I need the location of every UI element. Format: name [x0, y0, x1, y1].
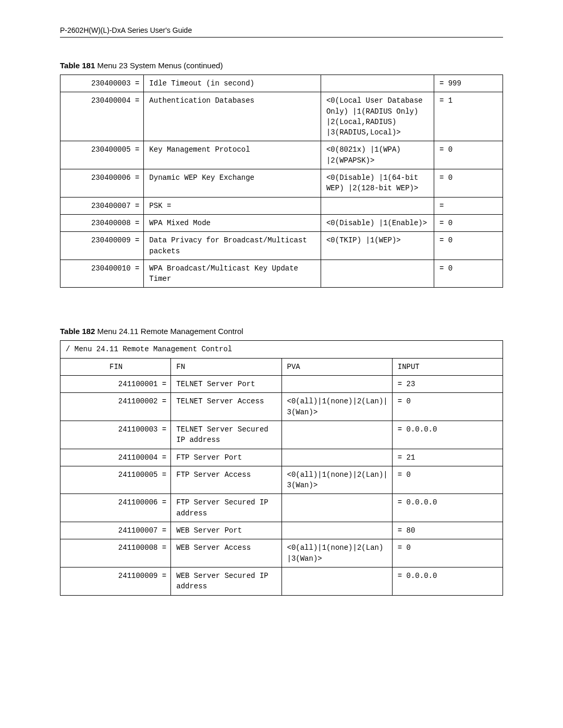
cell: <0(Disable) |1(Enable)> — [321, 214, 434, 231]
table-row: 241100005 =FTP Server Access<0(all)|1(no… — [60, 466, 503, 494]
cell: 230400004 = — [60, 92, 144, 141]
cell: = 0 — [434, 232, 503, 260]
cell: WEB Server Port — [171, 522, 282, 539]
cell: FTP Server Port — [171, 449, 282, 466]
cell — [282, 522, 392, 539]
cell: 230400007 = — [60, 197, 144, 214]
header-cell: FN — [171, 358, 282, 375]
cell: WEB Server Secured IP address — [171, 567, 282, 595]
cell: <0(all)|1(none)|2(Lan) |3(Wan)> — [282, 539, 392, 567]
table-row: 230400006 =Dynamic WEP Key Exchange<0(Di… — [60, 169, 503, 198]
cell: WPA Mixed Mode — [144, 214, 321, 231]
table-row: 241100001 =TELNET Server Port= 23 — [60, 376, 503, 393]
cell: TELNET Server Port — [171, 376, 282, 393]
table-row: 230400008 =WPA Mixed Mode<0(Disable) |1(… — [60, 214, 503, 231]
cell: 241100004 = — [60, 449, 171, 466]
table-row: 230400005 =Key Management Protocol<0(802… — [60, 141, 503, 169]
cell: 230400010 = — [60, 260, 144, 288]
cell: <0(all)|1(none)|2(Lan)|3(Wan)> — [282, 466, 392, 494]
cell — [321, 260, 434, 288]
cell: = 23 — [392, 376, 503, 393]
cell: WPA Broadcast/Multicast Key Update Timer — [144, 260, 321, 288]
table-row: 241100006 =FTP Server Secured IP address… — [60, 494, 503, 522]
cell: = 0 — [434, 169, 503, 198]
cell: = 21 — [392, 449, 503, 466]
cell: Dynamic WEP Key Exchange — [144, 169, 321, 198]
cell — [282, 421, 392, 449]
cell: = 0 — [434, 141, 503, 169]
cell: 230400009 = — [60, 232, 144, 260]
table-row: 230400007 =PSK == — [60, 197, 503, 214]
cell — [282, 567, 392, 595]
cell — [321, 75, 434, 92]
cell: 241100005 = — [60, 466, 171, 494]
cell: 241100008 = — [60, 539, 171, 567]
header-cell: PVA — [282, 358, 392, 375]
cell: 241100007 = — [60, 522, 171, 539]
cell: = — [434, 197, 503, 214]
cell: = 0 — [392, 393, 503, 421]
cell: 230400008 = — [60, 214, 144, 231]
table1: 230400003 =Idle Timeout (in second)= 999… — [60, 75, 503, 288]
cell: = 999 — [434, 75, 503, 92]
cell: = 0.0.0.0 — [392, 567, 503, 595]
table-row: 241100002 =TELNET Server Access<0(all)|1… — [60, 393, 503, 421]
table-row: 230400010 =WPA Broadcast/Multicast Key U… — [60, 260, 503, 288]
cell: WEB Server Access — [171, 539, 282, 567]
cell: PSK = — [144, 197, 321, 214]
table2-caption-bold: Table 182 — [60, 327, 95, 336]
table2-title-row: / Menu 24.11 Remote Management Control — [60, 341, 503, 358]
table-row: 241100003 =TELNET Server Secured IP addr… — [60, 421, 503, 449]
cell: 241100009 = — [60, 567, 171, 595]
cell: <0(TKIP) |1(WEP)> — [321, 232, 434, 260]
header-title: P-2602H(W)(L)-DxA Series User's Guide — [60, 26, 192, 34]
cell: = 0.0.0.0 — [392, 494, 503, 522]
cell: = 0 — [392, 539, 503, 567]
table2: / Menu 24.11 Remote Management ControlFI… — [60, 340, 503, 595]
cell: FTP Server Secured IP address — [171, 494, 282, 522]
table1-caption-rest: Menu 23 System Menus (continued) — [95, 61, 223, 70]
table2-caption-rest: Menu 24.11 Remote Management Control — [95, 327, 243, 336]
cell: 230400003 = — [60, 75, 144, 92]
cell: Authentication Databases — [144, 92, 321, 141]
cell: 241100003 = — [60, 421, 171, 449]
cell: = 0 — [392, 466, 503, 494]
cell: = 0 — [434, 214, 503, 231]
table2-header-row: FINFNPVAINPUT — [60, 358, 503, 375]
table-row: 230400009 =Data Privacy for Broadcast/Mu… — [60, 232, 503, 260]
table1-caption: Table 181 Menu 23 System Menus (continue… — [60, 61, 503, 70]
table-row: 241100007 =WEB Server Port= 80 — [60, 522, 503, 539]
cell: = 0 — [434, 260, 503, 288]
table2-caption: Table 182 Menu 24.11 Remote Management C… — [60, 327, 503, 336]
cell: <0(Disable) |1(64-bit WEP) |2(128-bit WE… — [321, 169, 434, 198]
cell: 230400005 = — [60, 141, 144, 169]
cell: = 1 — [434, 92, 503, 141]
table-row: 230400004 =Authentication Databases<0(Lo… — [60, 92, 503, 141]
cell: 230400006 = — [60, 169, 144, 198]
cell: 241100001 = — [60, 376, 171, 393]
cell: = 80 — [392, 522, 503, 539]
table-row: 241100004 =FTP Server Port= 21 — [60, 449, 503, 466]
cell: <0(all)|1(none)|2(Lan)|3(Wan)> — [282, 393, 392, 421]
cell: <0(8021x) |1(WPA) |2(WPAPSK)> — [321, 141, 434, 169]
header-cell: FIN — [60, 358, 171, 375]
cell: = 0.0.0.0 — [392, 421, 503, 449]
table-row: 241100008 =WEB Server Access<0(all)|1(no… — [60, 539, 503, 567]
cell — [282, 449, 392, 466]
table1-caption-bold: Table 181 — [60, 61, 95, 70]
cell: <0(Local User Database Only) |1(RADIUS O… — [321, 92, 434, 141]
cell — [321, 197, 434, 214]
table-row: 230400003 =Idle Timeout (in second)= 999 — [60, 75, 503, 92]
cell: Idle Timeout (in second) — [144, 75, 321, 92]
table2-title-cell: / Menu 24.11 Remote Management Control — [60, 341, 503, 358]
page-header: P-2602H(W)(L)-DxA Series User's Guide — [60, 26, 503, 38]
cell: TELNET Server Secured IP address — [171, 421, 282, 449]
cell: TELNET Server Access — [171, 393, 282, 421]
header-cell: INPUT — [392, 358, 503, 375]
cell: 241100002 = — [60, 393, 171, 421]
cell: 241100006 = — [60, 494, 171, 522]
cell: Key Management Protocol — [144, 141, 321, 169]
cell: Data Privacy for Broadcast/Multicast pac… — [144, 232, 321, 260]
cell: FTP Server Access — [171, 466, 282, 494]
table-row: 241100009 =WEB Server Secured IP address… — [60, 567, 503, 595]
